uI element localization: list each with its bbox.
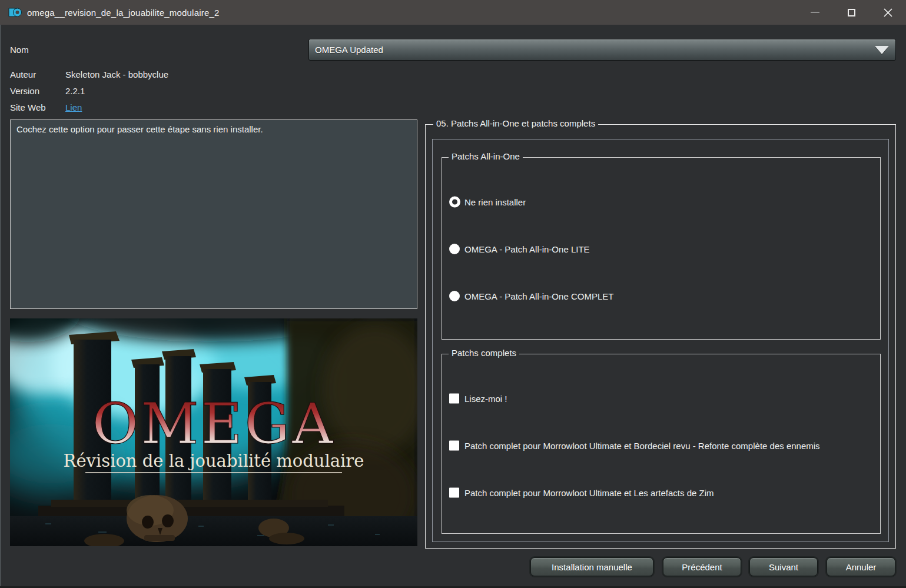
version-label: Version: [10, 86, 39, 96]
chevron-down-icon: [875, 46, 889, 54]
options-scroll-area[interactable]: Patchs All-in-One Ne rien installer OMEG…: [432, 139, 889, 542]
option-label: Ne rien installer: [464, 197, 526, 207]
description-box[interactable]: Cochez cette option pour passer cette ét…: [10, 119, 417, 309]
cancel-button[interactable]: Annuler: [827, 557, 895, 576]
radio-icon[interactable]: [449, 197, 460, 208]
window-left-edge: [0, 25, 1, 588]
option-label: OMEGA - Patch All-in-One LITE: [464, 244, 590, 254]
mod-image-art: OMEGA Révision de la jouabilité modulair…: [10, 318, 417, 546]
checkbox-icon[interactable]: [449, 441, 459, 451]
close-button[interactable]: [870, 0, 906, 25]
image-title-text: OMEGA: [92, 391, 335, 457]
website-label: Site Web: [10, 102, 46, 112]
mod-organizer-icon: [8, 7, 22, 18]
step-groupbox: 05. Patchs All-in-One et patchs complets…: [425, 124, 896, 549]
close-icon: [883, 8, 893, 18]
window-title: omega__revision_de_la_jouabilite_modulai…: [27, 8, 220, 18]
next-button[interactable]: Suivant: [749, 557, 818, 576]
mod-name-select[interactable]: OMEGA Updated: [308, 39, 896, 61]
option-patch-aio-complet[interactable]: OMEGA - Patch All-in-One COMPLET: [442, 288, 880, 304]
option-patch-aio-lite[interactable]: OMEGA - Patch All-in-One LITE: [442, 241, 880, 257]
group-patchs-complets: Patchs complets Lisez-moi ! Patch comple…: [442, 354, 881, 534]
option-lisez-moi[interactable]: Lisez-moi !: [442, 391, 880, 406]
group1-title: Patchs All-in-One: [449, 151, 523, 161]
fomod-installer-window: omega__revision_de_la_jouabilite_modulai…: [0, 0, 906, 588]
option-patch-mlu-bordeciel[interactable]: Patch complet pour Morrowloot Ultimate e…: [442, 438, 880, 453]
window-controls: [797, 0, 906, 25]
titlebar[interactable]: omega__revision_de_la_jouabilite_modulai…: [0, 0, 906, 25]
checkbox-icon[interactable]: [449, 488, 459, 498]
author-value: Skeleton Jack - bobbyclue: [65, 69, 168, 79]
minimize-button[interactable]: [797, 0, 833, 25]
maximize-icon: [848, 9, 855, 16]
option-patch-mlu-zim[interactable]: Patch complet pour Morrowloot Ultimate e…: [442, 485, 880, 500]
minimize-icon: [811, 12, 819, 13]
checkbox-icon[interactable]: [449, 394, 459, 404]
mod-preview-image[interactable]: OMEGA Révision de la jouabilité modulair…: [10, 318, 417, 546]
mod-name-value: OMEGA Updated: [315, 45, 383, 55]
version-value: 2.2.1: [65, 86, 85, 96]
group2-title: Patchs complets: [449, 348, 519, 358]
previous-button[interactable]: Précédent: [663, 557, 741, 576]
maximize-button[interactable]: [833, 0, 870, 25]
website-link[interactable]: Lien: [65, 102, 82, 112]
option-label: OMEGA - Patch All-in-One COMPLET: [464, 291, 613, 301]
radio-icon[interactable]: [449, 291, 460, 301]
option-label: Lisez-moi !: [464, 394, 507, 404]
step-title: 05. Patchs All-in-One et patchs complets: [433, 118, 598, 128]
radio-icon[interactable]: [449, 244, 460, 254]
manual-install-button[interactable]: Installation manuelle: [530, 557, 653, 576]
option-ne-rien-installer[interactable]: Ne rien installer: [442, 194, 880, 210]
name-label: Nom: [10, 45, 29, 55]
group-patchs-all-in-one: Patchs All-in-One Ne rien installer OMEG…: [442, 157, 881, 340]
option-label: Patch complet pour Morrowloot Ultimate e…: [464, 488, 714, 498]
image-subtitle-text: Révision de la jouabilité modulaire: [64, 451, 364, 471]
description-text: Cochez cette option pour passer cette ét…: [16, 124, 263, 134]
option-label: Patch complet pour Morrowloot Ultimate e…: [464, 441, 820, 451]
author-label: Auteur: [10, 69, 36, 79]
